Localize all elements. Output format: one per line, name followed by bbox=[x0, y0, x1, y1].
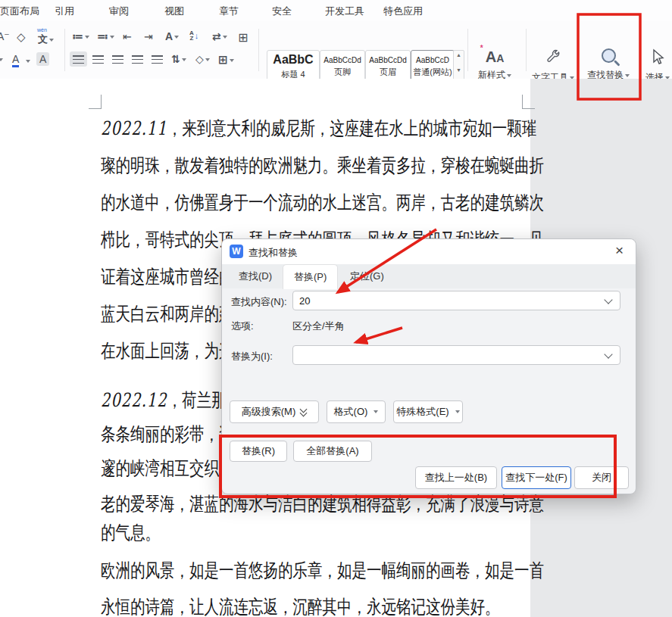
find-what-label: 查找内容(N): bbox=[231, 295, 287, 309]
dialog-title: 查找和替换 bbox=[248, 246, 298, 260]
replace-button[interactable]: 替换(R) bbox=[230, 441, 287, 462]
text-direction-icon[interactable]: A bbox=[165, 30, 179, 42]
menu-bar: 页面布局 引用 审阅 视图 章节 安全 开发工具 特色应用 bbox=[0, 0, 672, 21]
document-line: 在水面上回荡，为这 bbox=[101, 338, 234, 364]
bullet-list-icon[interactable]: ≔ bbox=[72, 30, 89, 42]
find-next-button[interactable]: 查找下一处(F) bbox=[502, 466, 571, 489]
find-replace-button[interactable]: 查找替换 bbox=[578, 48, 639, 82]
menu-special-apps[interactable]: 特色应用 bbox=[383, 5, 423, 18]
insert-frame-icon[interactable]: ⊞ bbox=[238, 30, 248, 45]
options-label: 选项: bbox=[231, 319, 254, 333]
justify-icon[interactable] bbox=[132, 54, 143, 66]
align-center-icon[interactable] bbox=[92, 54, 104, 66]
distribute-icon[interactable] bbox=[152, 54, 163, 66]
clear-format-eraser-icon[interactable]: ◇ bbox=[17, 30, 26, 44]
format-button[interactable]: 格式(O) bbox=[327, 400, 386, 423]
separator bbox=[467, 29, 468, 71]
paragraph-layout-icon[interactable]: ⇄ bbox=[212, 30, 227, 42]
margin-mark-left bbox=[89, 95, 102, 109]
close-button[interactable]: 关闭 bbox=[574, 466, 629, 489]
cursor-arrow-icon bbox=[650, 48, 665, 65]
dialog-titlebar[interactable]: W 查找和替换 × bbox=[222, 239, 636, 264]
find-previous-button[interactable]: 查找上一处(B) bbox=[415, 466, 497, 489]
tab-goto[interactable]: 定位(G) bbox=[339, 264, 395, 288]
find-what-input[interactable] bbox=[292, 291, 620, 310]
document-line: 邃的峡湾相互交织， bbox=[101, 455, 234, 481]
shading-icon[interactable]: ◇ bbox=[195, 53, 210, 65]
sort-icon[interactable]: AZ↓ bbox=[189, 30, 198, 41]
dropdown-icon bbox=[455, 410, 460, 413]
highlight-icon[interactable]: A bbox=[36, 52, 49, 66]
wrench-icon bbox=[545, 48, 561, 65]
document-line: 的气息。 bbox=[101, 519, 160, 546]
font-color-dropdown-icon[interactable] bbox=[24, 55, 30, 67]
new-style-icon: *AA bbox=[486, 48, 505, 65]
document-line: 2022.11，来到意大利的威尼斯，这座建在水上的城市宛如一颗璀 bbox=[101, 115, 536, 142]
menu-view[interactable]: 视图 bbox=[164, 5, 184, 18]
tab-replace[interactable]: 替换(P) bbox=[283, 264, 338, 289]
options-value: 区分全/半角 bbox=[292, 319, 345, 333]
dropdown-icon bbox=[374, 410, 378, 413]
document-line: 2022.12，荷兰那 bbox=[101, 387, 227, 413]
dialog-tabstrip: 查找(D) 替换(P) 定位(G) bbox=[222, 264, 636, 288]
menu-section[interactable]: 章节 bbox=[219, 5, 239, 18]
expand-more-icon bbox=[300, 408, 307, 416]
document-line: 证着这座城市曾经的 bbox=[101, 263, 234, 290]
gallery-scroll-down-icon[interactable]: ▼ bbox=[456, 67, 461, 73]
pinyin-dropdown-icon[interactable] bbox=[49, 39, 54, 42]
separator bbox=[258, 29, 259, 71]
line-spacing-icon[interactable]: ⇅ bbox=[171, 53, 186, 65]
align-left-icon[interactable] bbox=[70, 51, 87, 67]
menu-security[interactable]: 安全 bbox=[272, 5, 292, 18]
document-line: 老的爱琴海，湛蓝的海水与洁白的建筑相得益彰，充满了浪漫与诗意 bbox=[101, 491, 544, 517]
separator bbox=[64, 29, 65, 71]
numbered-list-icon[interactable]: ≕ bbox=[97, 30, 114, 42]
document-line: 条条绚丽的彩带，装 bbox=[101, 421, 234, 447]
find-replace-dialog: W 查找和替换 × 查找(D) 替换(P) 定位(G) 查找内容(N): 选项:… bbox=[221, 238, 636, 494]
search-icon bbox=[602, 48, 616, 63]
special-format-button[interactable]: 特殊格式(E) bbox=[393, 400, 463, 423]
align-right-icon[interactable] bbox=[112, 54, 123, 66]
replace-with-input[interactable] bbox=[292, 345, 620, 365]
menu-dev-tools[interactable]: 开发工具 bbox=[325, 5, 364, 18]
document-line: 蓝天白云和两岸的建 bbox=[101, 301, 234, 327]
menu-references[interactable]: 引用 bbox=[55, 5, 74, 18]
ribbon-toolbar: A⁻ ◇ wén文 A A ≔ ≕ ⇤ ⇥ A AZ↓ ⇄ ⊞ ⇅ ◇ ⊞ Aa… bbox=[0, 21, 672, 79]
document-line: 永恒的诗篇，让人流连忘返，沉醉其中，永远铭记这份美好。 bbox=[101, 594, 500, 617]
replace-all-button[interactable]: 全部替换(A) bbox=[293, 441, 372, 462]
new-style-button[interactable]: *AA 新样式 bbox=[471, 48, 518, 82]
document-line: 欧洲的风景，如是一首悠扬的乐章，如是一幅绚丽的画卷，如是一首 bbox=[101, 557, 544, 584]
decrease-indent-icon[interactable]: ⇤ bbox=[123, 30, 132, 42]
pinyin-guide-icon[interactable]: wén文 bbox=[38, 33, 54, 45]
wps-logo-icon: W bbox=[230, 245, 243, 258]
cut-dropdown-icon[interactable] bbox=[0, 53, 3, 65]
increase-indent-icon[interactable]: ⇥ bbox=[144, 30, 153, 42]
margin-mark-right bbox=[522, 95, 535, 109]
gallery-scroll-up-icon[interactable]: ▲ bbox=[456, 52, 461, 58]
separator bbox=[526, 29, 527, 71]
advanced-search-button[interactable]: 高级搜索(M) bbox=[230, 400, 319, 423]
borders-icon[interactable]: ⊞ bbox=[218, 53, 234, 67]
replace-with-label: 替换为(I): bbox=[231, 350, 273, 363]
tab-find[interactable]: 查找(D) bbox=[228, 264, 283, 288]
shrink-font-icon[interactable]: A⁻ bbox=[0, 30, 10, 42]
menu-review[interactable]: 审阅 bbox=[109, 5, 129, 18]
document-line: 的水道中，仿佛置身于一个流动的水上迷宫。两岸，古老的建筑鳞次 bbox=[101, 189, 544, 216]
document-line: 璨的明珠，散发着独特的欧洲魅力。乘坐着贡多拉，穿梭在蜿蜒曲折 bbox=[101, 152, 544, 179]
menu-page-layout[interactable]: 页面布局 bbox=[0, 5, 39, 18]
close-icon[interactable]: × bbox=[612, 242, 627, 259]
font-color-icon[interactable]: A bbox=[12, 53, 19, 67]
